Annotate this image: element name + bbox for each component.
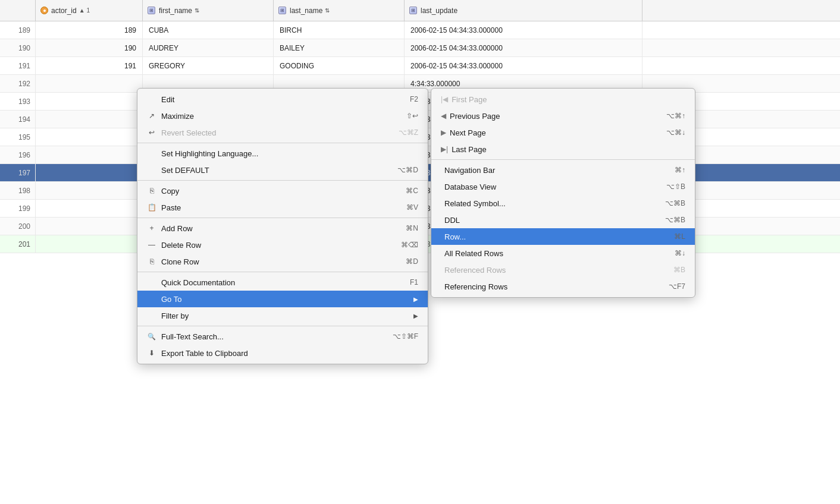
cell-last-update-189[interactable]: 2006-02-15 04:34:33.000000 (405, 21, 642, 39)
menu-item-revert[interactable]: ↩ Revert Selected ⌥⌘Z (137, 124, 428, 141)
submenu-item-first-page[interactable]: |◀ First Page (431, 91, 695, 108)
menu-sep-2 (137, 180, 428, 181)
menu-item-maximize[interactable]: ↗ Maximize ⇧↩ (137, 108, 428, 124)
submenu-sep-1 (431, 159, 695, 160)
filter-by-arrow-icon: ▶ (413, 313, 418, 319)
menu-item-clone-row[interactable]: ⎘ Clone Row ⌘D (137, 253, 428, 270)
row-num-191: 191 (0, 57, 36, 74)
menu-set-default-shortcut: ⌥⌘D (397, 166, 418, 174)
menu-item-paste[interactable]: 📋 Paste ⌘V (137, 199, 428, 216)
col-actor-id-label: actor_id (51, 7, 77, 15)
row-num-197: 197 (0, 164, 36, 181)
cell-last-name-190[interactable]: BAILEY (274, 39, 405, 56)
cell-last-update-191[interactable]: 2006-02-15 04:34:33.000000 (405, 57, 642, 74)
cell-actor-id-197[interactable] (36, 164, 143, 181)
submenu-navigation-bar-shortcut: ⌘↑ (675, 166, 685, 174)
menu-revert-shortcut: ⌥⌘Z (399, 128, 418, 137)
menu-item-set-default[interactable]: Set DEFAULT ⌥⌘D (137, 162, 428, 178)
submenu-item-navigation-bar[interactable]: Navigation Bar ⌘↑ (431, 162, 695, 178)
menu-full-text-search-label: Full-Text Search... (161, 332, 224, 341)
submenu-row-label: Row... (444, 232, 466, 241)
menu-item-copy[interactable]: ⎘ Copy ⌘C (137, 182, 428, 199)
table-row[interactable]: 191 191 GREGORY GOODING 2006-02-15 04:34… (0, 57, 840, 75)
menu-item-goto[interactable]: Go To ▶ (137, 291, 428, 307)
row-num-200: 200 (0, 218, 36, 235)
cell-first-name-189[interactable]: CUBA (143, 21, 274, 39)
row-num-189: 189 (0, 21, 36, 39)
add-row-icon: + (147, 224, 156, 232)
menu-clone-row-label: Clone Row (161, 257, 199, 266)
col-header-first-name[interactable]: ⊞ first_name ⇅ (143, 0, 274, 21)
col-last-name-label: last_name (290, 7, 322, 15)
cell-actor-id-196[interactable] (36, 146, 143, 163)
row-num-196: 196 (0, 146, 36, 163)
submenu-navigation-bar-label: Navigation Bar (444, 166, 495, 175)
next-page-icon: ▶ (441, 128, 446, 137)
submenu-item-last-page[interactable]: ▶| Last Page (431, 141, 695, 158)
submenu-item-referencing-rows[interactable]: Referencing Rows ⌥F7 (431, 278, 695, 295)
cell-last-update-190[interactable]: 2006-02-15 04:34:33.000000 (405, 39, 642, 56)
paste-icon: 📋 (147, 203, 156, 212)
sort-icon-actor-id: ▲ 1 (79, 7, 90, 14)
submenu-item-row[interactable]: Row... ⌘L (431, 228, 695, 245)
col-first-name-label: first_name (159, 7, 192, 15)
cell-actor-id-200[interactable] (36, 218, 143, 235)
cell-actor-id-192[interactable] (36, 75, 143, 92)
submenu-item-all-related-rows[interactable]: All Related Rows ⌘↓ (431, 245, 695, 262)
menu-item-filter-by[interactable]: Filter by ▶ (137, 307, 428, 324)
menu-item-delete-row[interactable]: — Delete Row ⌘⌫ (137, 237, 428, 253)
submenu-ddl-label: DDL (444, 216, 460, 225)
menu-item-add-row[interactable]: + Add Row ⌘N (137, 220, 428, 237)
cell-actor-id-191[interactable]: 191 (36, 57, 143, 74)
row-num-195: 195 (0, 128, 36, 146)
submenu-item-related-symbol[interactable]: Related Symbol... ⌥⌘B (431, 195, 695, 212)
col-header-actor-id[interactable]: actor_id ▲ 1 (36, 0, 143, 21)
submenu-item-ddl[interactable]: DDL ⌥⌘B (431, 212, 695, 228)
menu-add-row-label: Add Row (161, 224, 193, 233)
menu-item-export-table[interactable]: ⬇ Export Table to Clipboard (137, 345, 428, 361)
cell-actor-id-199[interactable] (36, 200, 143, 217)
submenu-related-symbol-label: Related Symbol... (444, 199, 506, 208)
submenu-item-database-view[interactable]: Database View ⌥⇧B (431, 178, 695, 195)
cell-last-name-189[interactable]: BIRCH (274, 21, 405, 39)
cell-actor-id-195[interactable] (36, 128, 143, 146)
col-icon-first-name: ⊞ (148, 7, 155, 14)
menu-paste-label: Paste (161, 203, 181, 212)
cell-first-name-190[interactable]: AUDREY (143, 39, 274, 56)
cell-actor-id-190[interactable]: 190 (36, 39, 143, 56)
cell-actor-id-198[interactable] (36, 182, 143, 199)
table-row[interactable]: 190 190 AUDREY BAILEY 2006-02-15 04:34:3… (0, 39, 840, 57)
submenu-item-referenced-rows[interactable]: Referenced Rows ⌘B (431, 262, 695, 278)
menu-item-quick-doc[interactable]: Quick Documentation F1 (137, 274, 428, 291)
menu-set-default-label: Set DEFAULT (161, 166, 209, 175)
row-num-194: 194 (0, 111, 36, 128)
submenu-database-view-label: Database View (444, 182, 496, 191)
cell-actor-id-194[interactable] (36, 111, 143, 128)
col-header-last-name[interactable]: ⊞ last_name ⇅ (274, 0, 405, 21)
submenu-item-next-page[interactable]: ▶ Next Page ⌥⌘↓ (431, 124, 695, 141)
cell-actor-id-201[interactable] (36, 235, 143, 253)
menu-sep-1 (137, 143, 428, 143)
cell-first-name-191[interactable]: GREGORY (143, 57, 274, 74)
menu-set-highlighting-label: Set Highlighting Language... (161, 149, 258, 158)
maximize-icon: ↗ (147, 112, 156, 120)
row-num-199: 199 (0, 200, 36, 217)
submenu-last-page-label: Last Page (452, 145, 487, 154)
submenu-next-page-label: Next Page (450, 128, 486, 137)
previous-page-icon: ◀ (441, 112, 446, 120)
menu-export-table-label: Export Table to Clipboard (161, 349, 248, 358)
menu-item-edit[interactable]: Edit F2 (137, 91, 428, 108)
cell-actor-id-189[interactable]: 189 (36, 21, 143, 39)
cell-last-name-191[interactable]: GOODING (274, 57, 405, 74)
menu-quick-doc-shortcut: F1 (410, 278, 418, 286)
menu-item-full-text-search[interactable]: 🔍 Full-Text Search... ⌥⇧⌘F (137, 328, 428, 345)
submenu-item-previous-page[interactable]: ◀ Previous Page ⌥⌘↑ (431, 108, 695, 124)
col-header-last-update[interactable]: ⊞ last_update (405, 0, 642, 21)
col-icon-last-name: ⊞ (278, 7, 286, 14)
submenu-previous-page-label: Previous Page (450, 112, 500, 121)
submenu-referenced-rows-label: Referenced Rows (444, 266, 506, 275)
submenu-all-related-rows-shortcut: ⌘↓ (675, 249, 685, 257)
table-row[interactable]: 189 189 CUBA BIRCH 2006-02-15 04:34:33.0… (0, 21, 840, 39)
menu-item-set-highlighting[interactable]: Set Highlighting Language... (137, 145, 428, 162)
cell-actor-id-193[interactable] (36, 93, 143, 110)
